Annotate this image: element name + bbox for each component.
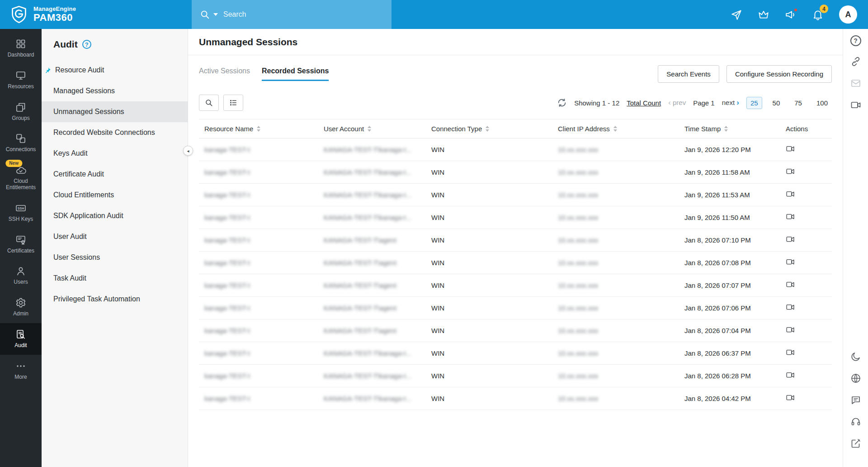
table-row[interactable]: kanaga-TEST-t KANAGA-TEST-T\agent WIN 10…: [199, 297, 832, 319]
mail-icon[interactable]: [850, 78, 861, 89]
nav-item-groups[interactable]: Groups: [0, 96, 42, 128]
sort-icon[interactable]: [486, 126, 489, 132]
play-recording-button[interactable]: [786, 257, 795, 268]
chevron-right-icon: ›: [736, 98, 739, 107]
sidebar-item-cloud-entitlements[interactable]: Cloud Entitlements: [42, 185, 188, 205]
sidebar-item-label: Unmanaged Sessions: [53, 108, 124, 116]
play-recording-button[interactable]: [786, 348, 795, 358]
sidebar-item-unmanaged-sessions[interactable]: Unmanaged Sessions: [42, 101, 188, 122]
avatar[interactable]: A: [839, 5, 857, 24]
table-row[interactable]: kanaga-TEST-t KANAGA-TEST-T\kanaga-t... …: [199, 138, 832, 161]
nav-item-admin[interactable]: Admin: [0, 291, 42, 323]
column-label: Connection Type: [431, 125, 482, 133]
table-row[interactable]: kanaga-TEST-t KANAGA-TEST-T\agent WIN 10…: [199, 252, 832, 274]
table-row[interactable]: kanaga-TEST-t KANAGA-TEST-T\kanaga-t... …: [199, 184, 832, 206]
sidebar-item-keys-audit[interactable]: Keys Audit: [42, 143, 188, 164]
connection-type: WIN: [431, 168, 444, 176]
table-row[interactable]: kanaga-TEST-t KANAGA-TEST-T\kanaga-t... …: [199, 365, 832, 387]
play-recording-button[interactable]: [786, 212, 795, 223]
session-tabs: Active Sessions Recorded Sessions: [199, 67, 329, 81]
configure-session-recording-button[interactable]: Configure Session Recording: [726, 65, 832, 83]
play-recording-button[interactable]: [786, 280, 795, 291]
sidebar-item-user-sessions[interactable]: User Sessions: [42, 247, 188, 268]
refresh-icon[interactable]: [557, 98, 567, 108]
table-row[interactable]: kanaga-TEST-t KANAGA-TEST-T\agent WIN 10…: [199, 274, 832, 297]
help-icon[interactable]: ?: [82, 40, 91, 49]
play-recording-button[interactable]: [786, 303, 795, 313]
nav-item-certificates[interactable]: Certificates: [0, 229, 42, 260]
session-recording-icon: [786, 348, 795, 357]
sidebar-item-sdk-application-audit[interactable]: SDK Application Audit: [42, 205, 188, 226]
next-page-button[interactable]: next ›: [722, 98, 739, 107]
tab-recorded-sessions[interactable]: Recorded Sessions: [262, 67, 329, 81]
sidebar-item-certificate-audit[interactable]: Certificate Audit: [42, 164, 188, 185]
total-count-link[interactable]: Total Count: [627, 99, 661, 107]
search-scope-caret-icon[interactable]: [213, 13, 218, 16]
nav-item-audit[interactable]: Audit: [0, 323, 42, 355]
table-row[interactable]: kanaga-TEST-t KANAGA-TEST-T\kanaga-t... …: [199, 161, 832, 184]
feedback-compose-icon[interactable]: [850, 438, 861, 449]
moon-icon[interactable]: [850, 351, 861, 362]
page-size-50[interactable]: 50: [769, 97, 784, 109]
column-chooser-button[interactable]: [223, 95, 243, 111]
translate-globe-icon[interactable]: [850, 373, 861, 384]
sidebar-item-user-audit[interactable]: User Audit: [42, 226, 188, 247]
session-recording-icon: [786, 257, 795, 267]
search-input[interactable]: [223, 10, 383, 19]
chat-icon[interactable]: [850, 395, 861, 405]
sidebar-item-task-audit[interactable]: Task Audit: [42, 268, 188, 289]
tab-active-sessions[interactable]: Active Sessions: [199, 67, 250, 81]
play-recording-button[interactable]: [786, 144, 795, 155]
primary-nav: Dashboard Resources Groups Connections N…: [0, 29, 42, 467]
nav-item-cloud-entitlements[interactable]: New Cloud Entitlements: [0, 159, 42, 197]
nav-item-resources[interactable]: Resources: [0, 64, 42, 96]
nav-item-more[interactable]: More: [0, 355, 42, 386]
support-headset-icon[interactable]: [850, 416, 861, 427]
play-recording-button[interactable]: [786, 371, 795, 381]
page-size-100[interactable]: 100: [812, 97, 832, 109]
play-recording-button[interactable]: [786, 393, 795, 404]
nav-item-dashboard[interactable]: Dashboard: [0, 33, 42, 64]
send-icon[interactable]: [731, 9, 742, 20]
page-size-25[interactable]: 25: [746, 97, 762, 109]
sidebar-item-managed-sessions[interactable]: Managed Sessions: [42, 81, 188, 101]
play-recording-button[interactable]: [786, 235, 795, 245]
bell-icon[interactable]: 4: [812, 9, 824, 20]
play-recording-button[interactable]: [786, 167, 795, 177]
table-row[interactable]: kanaga-TEST-t KANAGA-TEST-T\kanaga-t... …: [199, 387, 832, 410]
table-row[interactable]: kanaga-TEST-t KANAGA-TEST-T\kanaga-t... …: [199, 206, 832, 229]
sidebar-item-recorded-website-connections[interactable]: Recorded Website Connections: [42, 122, 188, 143]
global-search[interactable]: [192, 0, 392, 29]
play-recording-button[interactable]: [786, 190, 795, 200]
prev-page-button[interactable]: ‹ prev: [668, 98, 686, 107]
sort-icon[interactable]: [613, 126, 617, 132]
connection-type: WIN: [431, 349, 444, 357]
sidebar-item-privileged-task-automation[interactable]: Privileged Task Automation: [42, 289, 188, 310]
search-icon: [205, 99, 213, 107]
announcement-icon[interactable]: [785, 9, 797, 20]
nav-item-users[interactable]: Users: [0, 260, 42, 291]
link-icon[interactable]: [850, 56, 861, 67]
search-events-button[interactable]: Search Events: [658, 65, 719, 83]
table-row[interactable]: kanaga-TEST-t KANAGA-TEST-T\kanaga-t... …: [199, 342, 832, 365]
session-recording-icon: [786, 303, 795, 312]
sidebar-item-label: Recorded Website Connections: [53, 129, 155, 137]
help-icon[interactable]: ?: [850, 35, 861, 46]
session-recording-icon: [786, 371, 795, 380]
crown-icon[interactable]: [758, 9, 769, 20]
nav-item-connections[interactable]: Connections: [0, 127, 42, 159]
page-size-75[interactable]: 75: [790, 97, 806, 109]
screen-recorder-icon[interactable]: [850, 100, 861, 110]
sort-icon[interactable]: [257, 126, 260, 132]
play-recording-button[interactable]: [786, 325, 795, 336]
sort-icon[interactable]: [368, 126, 371, 132]
sidebar-item-resource-audit[interactable]: Resource Audit: [42, 60, 188, 81]
table-search-button[interactable]: [199, 95, 219, 111]
client-ip: 10.xx.xxx.xxx: [558, 146, 598, 153]
nav-item-ssh-keys[interactable]: SSH SSH Keys: [0, 197, 42, 229]
brand-logo[interactable]: ManageEngine PAM360: [0, 5, 113, 24]
table-row[interactable]: kanaga-TEST-t KANAGA-TEST-T\agent WIN 10…: [199, 319, 832, 342]
sidebar-collapse-button[interactable]: ◂: [183, 146, 193, 156]
table-row[interactable]: kanaga-TEST-t KANAGA-TEST-T\agent WIN 10…: [199, 229, 832, 252]
sort-icon[interactable]: [724, 126, 728, 132]
